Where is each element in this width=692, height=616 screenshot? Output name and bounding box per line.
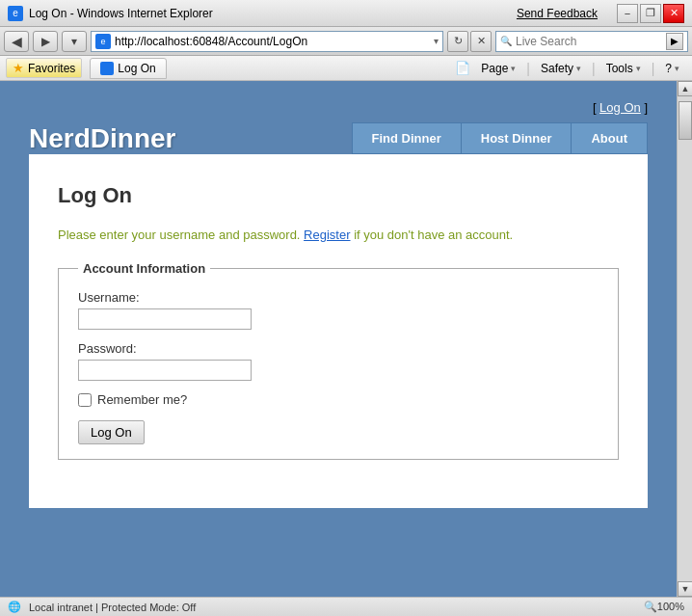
- back-button[interactable]: ◀: [4, 31, 29, 52]
- toolbar-right: 📄 Page ▾ | Safety ▾ | Tools ▾ | ? ▾: [455, 59, 686, 78]
- password-input[interactable]: [78, 360, 252, 381]
- page-dropdown-icon: ▾: [511, 64, 516, 73]
- intro-text: Please enter your username and password.…: [58, 228, 619, 242]
- account-fieldset: Account Information Username: Password: …: [58, 261, 619, 460]
- send-feedback-link[interactable]: Send Feedback: [517, 7, 598, 20]
- tab-label: Log On: [118, 62, 155, 75]
- intro-text-prefix: Please enter your username and password.: [58, 228, 304, 242]
- tab-page-icon: [100, 62, 114, 75]
- tools-label: Tools: [606, 62, 633, 75]
- safety-dropdown-icon: ▾: [576, 64, 581, 73]
- remember-row: Remember me?: [78, 392, 599, 407]
- app-header: NerdDinner [ Log On ] Find Dinner Host D…: [0, 81, 677, 154]
- scroll-thumb[interactable]: [679, 101, 692, 140]
- register-link[interactable]: Register: [304, 228, 350, 242]
- app-container: NerdDinner [ Log On ] Find Dinner Host D…: [0, 81, 677, 597]
- intro-text-suffix: if you don't have an account.: [351, 228, 514, 242]
- divider3: |: [652, 61, 655, 76]
- app-title: NerdDinner: [29, 123, 175, 154]
- scrollbar: ▲ ▼: [677, 81, 692, 597]
- log-on-button[interactable]: Log On: [78, 420, 145, 444]
- star-icon: ★: [13, 61, 24, 75]
- page-button[interactable]: Page ▾: [474, 59, 522, 78]
- username-row: Username:: [78, 290, 599, 330]
- status-zone: Local intranet | Protected Mode: Off: [29, 602, 196, 613]
- nav-about[interactable]: About: [571, 122, 648, 154]
- live-search-input[interactable]: [516, 35, 662, 48]
- forward-button[interactable]: ▶: [33, 31, 58, 52]
- browser-icon: e: [8, 6, 23, 21]
- status-bar: 🌐 Local intranet | Protected Mode: Off 🔍…: [0, 597, 692, 616]
- restore-button[interactable]: ❐: [640, 4, 661, 23]
- log-on-header-anchor[interactable]: Log On: [599, 100, 641, 115]
- main-content: NerdDinner [ Log On ] Find Dinner Host D…: [0, 81, 677, 597]
- current-tab[interactable]: Log On: [90, 58, 166, 79]
- log-on-header-link: [ Log On ]: [593, 100, 648, 115]
- status-icon: 🌐: [8, 601, 21, 613]
- safety-button[interactable]: Safety ▾: [534, 59, 588, 78]
- username-input[interactable]: [78, 308, 252, 330]
- header-right: [ Log On ] Find Dinner Host Dinner About: [352, 100, 648, 154]
- page-label: Page: [481, 62, 508, 75]
- scroll-down-button[interactable]: ▼: [678, 581, 692, 597]
- tools-dropdown-icon: ▾: [636, 64, 641, 73]
- password-row: Password:: [78, 341, 599, 381]
- title-bar: e Log On - Windows Internet Explorer Sen…: [0, 0, 692, 27]
- help-label: ?: [665, 62, 672, 75]
- password-label: Password:: [78, 341, 599, 356]
- address-input[interactable]: [115, 35, 434, 48]
- remember-checkbox[interactable]: [78, 393, 92, 407]
- favorites-label: Favorites: [28, 62, 75, 75]
- help-button[interactable]: ? ▾: [658, 59, 686, 78]
- log-on-suffix: ]: [641, 100, 648, 115]
- scroll-track[interactable]: [678, 96, 692, 581]
- divider: |: [526, 61, 530, 76]
- username-label: Username:: [78, 290, 599, 305]
- nav-buttons: Find Dinner Host Dinner About: [352, 122, 648, 154]
- scroll-up-button[interactable]: ▲: [678, 81, 692, 96]
- nav-find-dinner[interactable]: Find Dinner: [352, 122, 461, 154]
- safety-label: Safety: [541, 62, 573, 75]
- browser-content: NerdDinner [ Log On ] Find Dinner Host D…: [0, 81, 692, 597]
- page-icon: e: [95, 34, 111, 49]
- search-go-button[interactable]: ▶: [666, 33, 683, 50]
- nav-host-dinner[interactable]: Host Dinner: [461, 122, 572, 154]
- status-right: 🔍100%: [644, 601, 684, 613]
- zoom-level[interactable]: 🔍100%: [644, 601, 684, 613]
- live-search-wrap: 🔍 ▶: [495, 31, 688, 52]
- fieldset-legend: Account Information: [78, 261, 210, 276]
- window-title: Log On - Windows Internet Explorer: [29, 7, 213, 20]
- address-dropdown-btn[interactable]: ▾: [434, 36, 439, 46]
- dropdown-button[interactable]: ▾: [62, 31, 87, 52]
- close-button[interactable]: ✕: [663, 4, 684, 23]
- address-bar: ◀ ▶ ▾ e ▾ ↻ ✕ 🔍 ▶: [0, 27, 692, 56]
- refresh-button[interactable]: ↻: [447, 31, 468, 52]
- page-button-icon: 📄: [455, 61, 470, 75]
- favorites-bar: ★ Favorites Log On 📄 Page ▾ | Safety ▾ |…: [0, 56, 692, 81]
- live-search-icon: 🔍: [500, 36, 512, 46]
- page-title: Log On: [58, 183, 619, 208]
- address-input-wrap: e ▾: [91, 31, 443, 52]
- app-body: Log On Please enter your username and pa…: [29, 154, 648, 508]
- tools-button[interactable]: Tools ▾: [599, 59, 648, 78]
- favorites-button[interactable]: ★ Favorites: [6, 58, 82, 78]
- divider2: |: [592, 61, 596, 76]
- remember-label: Remember me?: [97, 392, 187, 407]
- help-dropdown-icon: ▾: [675, 64, 679, 73]
- stop-button[interactable]: ✕: [470, 31, 492, 52]
- minimize-button[interactable]: −: [617, 4, 638, 23]
